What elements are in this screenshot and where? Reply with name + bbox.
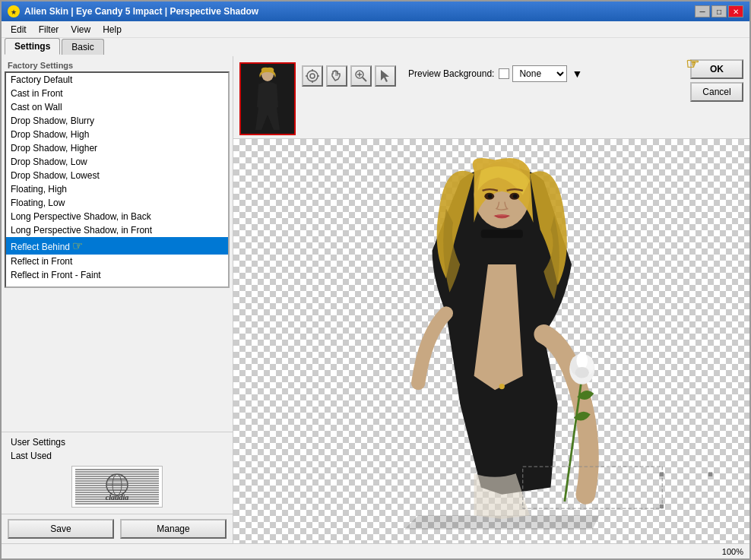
cancel-button[interactable]: Cancel	[690, 82, 743, 102]
list-item-drop-shadow-lowest[interactable]: Drop Shadow, Lowest	[6, 169, 228, 182]
action-buttons-row: Save Manage	[2, 514, 233, 543]
title-bar-left: ★ Alien Skin | Eye Candy 5 Impact | Pers…	[8, 5, 258, 17]
hand-icon	[329, 68, 344, 84]
svg-rect-41	[481, 229, 523, 238]
right-panel: Preview Background: None White Black Cus…	[233, 56, 749, 543]
list-item-drop-shadow-higher[interactable]: Drop Shadow, Higher	[6, 141, 228, 155]
svg-text:★: ★	[11, 8, 17, 16]
dropdown-arrow-icon: ▼	[572, 68, 582, 80]
brand-logo: claudia	[71, 466, 163, 508]
svg-rect-58	[660, 505, 664, 509]
list-item-long-perspective-back[interactable]: Long Perspective Shadow, in Back	[6, 210, 228, 223]
tabs-bar: Settings Basic	[2, 38, 749, 56]
menu-edit[interactable]: Edit	[5, 23, 33, 36]
select-tool-button[interactable]	[375, 65, 396, 87]
list-item-cast-front[interactable]: Cast in Front	[6, 87, 228, 100]
svg-point-27	[307, 71, 318, 81]
list-item-floating-low[interactable]: Floating, Low	[6, 196, 228, 210]
preview-bg-label: Preview Background:	[408, 68, 494, 79]
svg-rect-57	[708, 472, 713, 476]
minimize-button[interactable]: ─	[695, 5, 710, 17]
close-button[interactable]: ✕	[728, 5, 743, 17]
app-icon: ★	[8, 5, 20, 17]
list-item-drop-shadow-low[interactable]: Drop Shadow, Low	[6, 155, 228, 169]
maximize-button[interactable]: □	[711, 5, 727, 17]
user-settings-section: User Settings Last Used	[2, 432, 233, 514]
window-title: Alien Skin | Eye Candy 5 Impact | Perspe…	[24, 6, 258, 17]
preview-bg-area: Preview Background: None White Black Cus…	[408, 65, 582, 82]
settings-list-container: Factory Settings Factory Default Cast in…	[2, 56, 233, 432]
svg-point-45	[488, 194, 493, 198]
window-controls: ─ □ ✕	[695, 5, 743, 17]
title-bar: ★ Alien Skin | Eye Candy 5 Impact | Pers…	[2, 2, 749, 21]
list-item-cast-wall[interactable]: Cast on Wall	[6, 100, 228, 114]
content-area: Factory Settings Factory Default Cast in…	[2, 56, 749, 543]
cursor-indicator-icon: ☞	[72, 239, 83, 252]
menu-help[interactable]: Help	[97, 23, 128, 36]
svg-point-46	[513, 194, 518, 198]
svg-marker-39	[381, 70, 389, 82]
svg-point-28	[310, 74, 315, 78]
select-icon	[378, 68, 393, 84]
ok-hand-cursor-icon: ☞	[686, 56, 699, 73]
svg-line-36	[363, 78, 366, 81]
menu-filter[interactable]: Filter	[33, 23, 65, 36]
preview-bg-select[interactable]: None White Black Custom	[512, 65, 567, 82]
status-bar: 100%	[2, 543, 749, 558]
ok-cancel-area: ☞OK Cancel	[690, 59, 743, 102]
zoom-tool-button[interactable]	[350, 65, 372, 87]
list-item-reflect-front[interactable]: Reflect in Front	[6, 255, 228, 268]
settings-group-label: Factory Settings	[5, 59, 230, 71]
list-item-long-perspective-front[interactable]: Long Perspective Shadow, in Front	[6, 223, 228, 237]
brand-logo-svg: claudia	[75, 468, 159, 506]
list-item-factory-default[interactable]: Factory Default	[6, 73, 228, 87]
left-panel: Factory Settings Factory Default Cast in…	[2, 56, 233, 543]
preview-image-svg	[233, 139, 749, 543]
settings-list-box: Factory Default Cast in Front Cast on Wa…	[5, 71, 230, 288]
list-item-drop-shadow-high[interactable]: Drop Shadow, High	[6, 128, 228, 141]
svg-point-54	[499, 384, 505, 389]
thumbnail-figure-svg	[245, 65, 290, 132]
svg-text:claudia: claudia	[106, 493, 129, 501]
zoom-level: 100%	[722, 547, 743, 556]
menu-bar: Edit Filter View Help	[2, 21, 749, 38]
tab-basic[interactable]: Basic	[62, 39, 103, 55]
list-item-reflect-front-faint[interactable]: Reflect in Front - Faint	[6, 268, 228, 282]
preview-main-area[interactable]	[233, 139, 749, 543]
tools-row	[302, 65, 396, 87]
move-icon	[305, 68, 320, 84]
zoom-icon	[353, 68, 369, 84]
move-tool-button[interactable]	[302, 65, 323, 87]
menu-view[interactable]: View	[65, 23, 97, 36]
svg-rect-56	[660, 472, 664, 476]
svg-point-52	[576, 353, 588, 369]
user-settings-label[interactable]: User Settings	[8, 435, 227, 449]
list-item-reflect-behind[interactable]: Reflect Behind ☞	[6, 237, 228, 255]
manage-button[interactable]: Manage	[120, 519, 227, 539]
tab-settings[interactable]: Settings	[5, 38, 60, 55]
app-window: ★ Alien Skin | Eye Candy 5 Impact | Pers…	[0, 0, 751, 560]
list-item-floating-high[interactable]: Floating, High	[6, 182, 228, 196]
preview-thumbnail	[239, 62, 296, 135]
ok-button[interactable]: ☞OK	[690, 59, 743, 79]
list-item-drop-shadow-blurry[interactable]: Drop Shadow, Blurry	[6, 114, 228, 128]
settings-list-inner[interactable]: Factory Default Cast in Front Cast on Wa…	[6, 73, 228, 282]
bg-color-swatch	[499, 68, 509, 79]
tools-area	[302, 65, 396, 87]
hand-tool-button[interactable]	[326, 65, 347, 87]
svg-point-53	[575, 367, 589, 378]
last-used-label[interactable]: Last Used	[8, 449, 227, 463]
save-button[interactable]: Save	[8, 519, 114, 539]
